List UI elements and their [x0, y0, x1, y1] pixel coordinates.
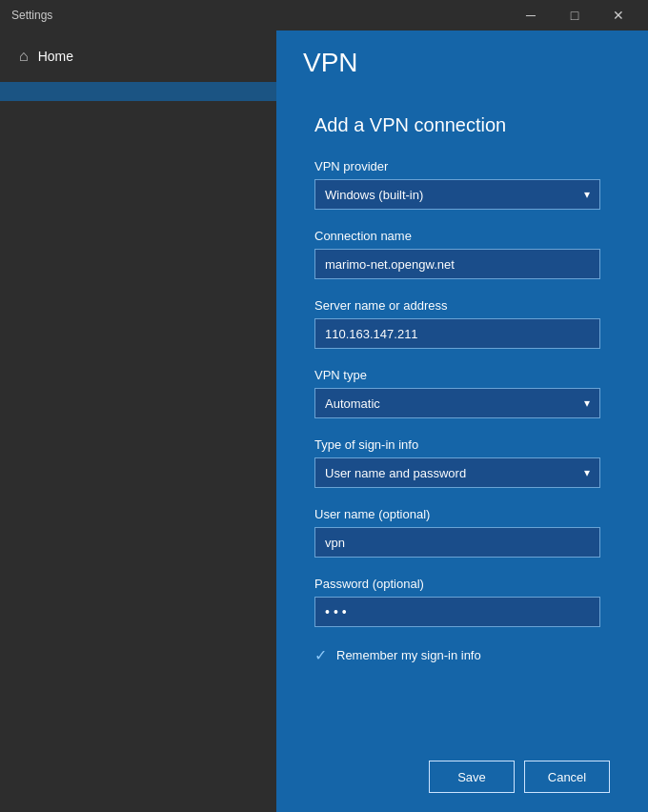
signin-type-group: Type of sign-in info User name and passw…	[314, 437, 610, 488]
window-controls: ─ □ ✕	[509, 0, 640, 30]
chevron-down-icon: ▾	[584, 188, 590, 201]
connection-name-group: Connection name	[314, 229, 610, 279]
vpn-type-value: Automatic	[325, 396, 380, 411]
vpn-type-select[interactable]: Automatic ▾	[314, 388, 600, 418]
signin-type-label: Type of sign-in info	[314, 437, 610, 452]
server-label: Server name or address	[314, 298, 610, 313]
form-area: Add a VPN connection VPN provider Window…	[276, 88, 648, 751]
chevron-down-icon: ▾	[584, 396, 590, 410]
home-icon: ⌂	[19, 48, 29, 65]
form-title: Add a VPN connection	[314, 114, 610, 136]
sidebar-home-label: Home	[38, 49, 73, 64]
cancel-button[interactable]: Cancel	[524, 761, 610, 793]
connection-name-label: Connection name	[314, 229, 610, 243]
server-group: Server name or address	[314, 298, 610, 349]
button-row: Save Cancel	[276, 751, 648, 812]
password-label: Password (optional)	[314, 577, 610, 591]
minimize-button[interactable]: ─	[509, 0, 553, 30]
server-input[interactable]	[314, 318, 600, 349]
save-button[interactable]: Save	[429, 761, 515, 793]
chevron-down-icon: ▾	[584, 466, 590, 479]
username-label: User name (optional)	[314, 507, 610, 521]
maximize-button[interactable]: □	[553, 0, 597, 30]
signin-type-value: User name and password	[325, 466, 466, 480]
password-group: Password (optional)	[314, 577, 610, 627]
vpn-type-label: VPN type	[314, 368, 610, 382]
vpn-provider-label: VPN provider	[314, 159, 610, 173]
signin-type-select[interactable]: User name and password ▾	[314, 457, 600, 488]
app-title: Settings	[11, 9, 52, 22]
vpn-provider-group: VPN provider Windows (built-in) ▾	[314, 159, 610, 210]
vpn-provider-value: Windows (built-in)	[325, 188, 423, 202]
checkbox-checked-icon: ✓	[314, 646, 327, 664]
main-content: VPN Add a VPN connection VPN provider Wi…	[276, 30, 648, 812]
app-body: ⌂ Home VPN Add a VPN connection VPN prov…	[0, 30, 648, 812]
connection-name-input[interactable]	[314, 249, 600, 279]
username-group: User name (optional)	[314, 507, 610, 558]
vpn-provider-select[interactable]: Windows (built-in) ▾	[314, 179, 600, 210]
vpn-header: VPN	[276, 30, 648, 88]
title-bar: Settings ─ □ ✕	[0, 0, 648, 30]
password-input[interactable]	[314, 597, 600, 627]
sidebar-item-home[interactable]: ⌂ Home	[0, 30, 276, 82]
username-input[interactable]	[314, 527, 600, 558]
remember-label: Remember my sign-in info	[336, 648, 481, 662]
sidebar-active-item	[0, 82, 276, 101]
vpn-type-group: VPN type Automatic ▾	[314, 368, 610, 418]
sidebar: ⌂ Home	[0, 30, 276, 812]
remember-signin-row[interactable]: ✓ Remember my sign-in info	[314, 646, 610, 664]
close-button[interactable]: ✕	[597, 0, 640, 30]
